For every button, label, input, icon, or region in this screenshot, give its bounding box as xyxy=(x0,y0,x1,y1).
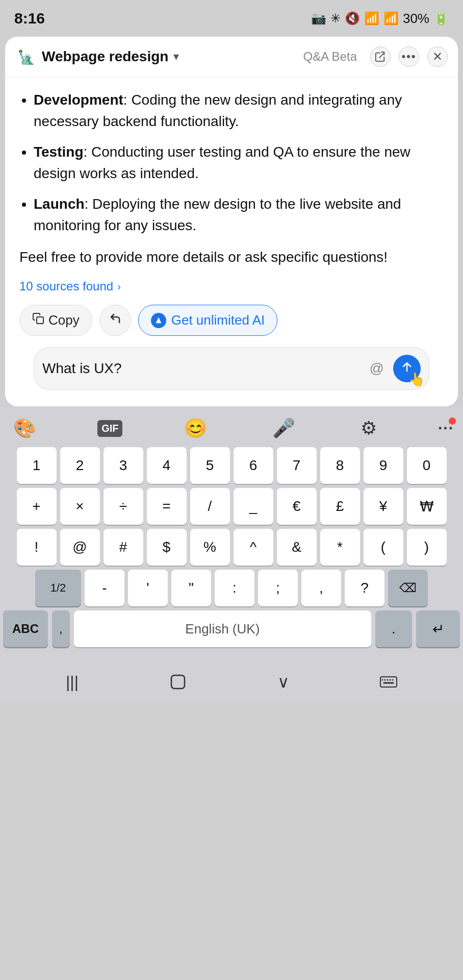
key-9[interactable]: 9 xyxy=(364,447,403,484)
more-options-button[interactable]: ••• xyxy=(399,46,419,67)
app-logo: 🗽 xyxy=(15,46,37,67)
key-7[interactable]: 7 xyxy=(277,447,317,484)
copy-label: Copy xyxy=(48,312,80,328)
key-3[interactable]: 3 xyxy=(104,447,143,484)
emoji-button[interactable]: 😊 xyxy=(180,415,211,441)
key-percent[interactable]: % xyxy=(190,529,230,566)
bullet-bold-development: Development xyxy=(34,92,123,108)
key-1[interactable]: 1 xyxy=(17,447,57,484)
send-button[interactable]: 👆 xyxy=(393,355,421,382)
key-2[interactable]: 2 xyxy=(60,447,100,484)
key-6[interactable]: 6 xyxy=(234,447,273,484)
settings-button[interactable]: ⚙ xyxy=(356,415,381,441)
bluetooth-icon: ✳ xyxy=(330,11,341,26)
keyboard-punctuation-row: 1/2 - ' " : ; , ? ⌫ xyxy=(3,570,460,606)
keyboard-nav-button[interactable] xyxy=(380,676,397,688)
key-8[interactable]: 8 xyxy=(320,447,360,484)
key-at[interactable]: @ xyxy=(60,529,100,566)
key-0[interactable]: 0 xyxy=(407,447,447,484)
key-pound[interactable]: £ xyxy=(320,488,360,525)
copy-button[interactable]: Copy xyxy=(19,305,92,336)
key-comma-bottom[interactable]: , xyxy=(52,610,70,647)
key-comma[interactable]: , xyxy=(301,570,341,606)
key-hash[interactable]: # xyxy=(104,529,143,566)
sources-chevron-icon: › xyxy=(117,281,121,292)
camera-icon: 📷 xyxy=(311,11,326,26)
key-lparen[interactable]: ( xyxy=(364,529,403,566)
key-12-toggle[interactable]: 1/2 xyxy=(35,570,81,606)
cursor-hand-icon: 👆 xyxy=(408,372,425,387)
key-4[interactable]: 4 xyxy=(147,447,187,484)
key-star[interactable]: * xyxy=(320,529,360,566)
undo-icon xyxy=(109,312,121,328)
key-exclaim[interactable]: ! xyxy=(17,529,57,566)
sticker-button[interactable]: 🎨 xyxy=(9,415,40,441)
key-times[interactable]: × xyxy=(60,488,100,525)
chat-panel: 🗽 Webpage redesign ▾ Q&A Beta ••• ✕ Deve… xyxy=(5,37,458,406)
share-button[interactable] xyxy=(370,46,391,67)
key-colon[interactable]: : xyxy=(215,570,254,606)
wifi-icon: 📶 xyxy=(364,11,379,26)
response-free-text: Feel free to provide more details or ask… xyxy=(19,247,444,268)
back-nav-button[interactable]: ||| xyxy=(66,673,79,692)
key-5[interactable]: 5 xyxy=(190,447,230,484)
key-question[interactable]: ? xyxy=(345,570,384,606)
key-equals[interactable]: = xyxy=(147,488,187,525)
key-caret[interactable]: ^ xyxy=(234,529,273,566)
title-chevron-icon[interactable]: ▾ xyxy=(173,50,179,63)
keyboard: 🎨 GIF 😊 🎤 ⚙ ··· 1 2 3 4 5 6 7 8 9 0 + × … xyxy=(0,406,463,662)
key-plus[interactable]: + xyxy=(17,488,57,525)
more-kb-button[interactable]: ··· xyxy=(438,420,454,437)
chat-header: 🗽 Webpage redesign ▾ Q&A Beta ••• ✕ xyxy=(5,37,458,77)
keyboard-bottom-row: ABC , English (UK) . ↵ xyxy=(3,610,460,647)
status-icons: 📷 ✳ 🔇 📶 📶 30% 🔋 xyxy=(311,11,449,27)
unlimited-ai-icon xyxy=(151,313,166,328)
bullet-item-testing: Testing: Conducting user testing and QA … xyxy=(34,141,444,184)
key-euro[interactable]: € xyxy=(277,488,317,525)
key-dash[interactable]: - xyxy=(85,570,124,606)
unlimited-ai-button[interactable]: Get unlimited AI xyxy=(138,305,278,336)
back-nav-icon: ||| xyxy=(66,673,79,692)
key-divide[interactable]: ÷ xyxy=(104,488,143,525)
status-time: 8:16 xyxy=(14,10,45,27)
undo-button[interactable] xyxy=(99,305,131,336)
qa-beta-label: Q&A Beta xyxy=(303,50,357,64)
keyboard-nav-icon xyxy=(380,676,397,688)
recents-nav-button[interactable]: ∨ xyxy=(277,672,289,692)
chat-title: Webpage redesign xyxy=(42,48,168,65)
key-won[interactable]: ₩ xyxy=(407,488,447,525)
keyboard-toolbar: 🎨 GIF 😊 🎤 ⚙ ··· xyxy=(3,411,460,447)
chat-input[interactable] xyxy=(42,360,361,377)
spacebar[interactable]: English (UK) xyxy=(74,610,371,647)
header-actions: ••• ✕ xyxy=(370,46,448,67)
nav-bar: ||| ∨ xyxy=(0,662,463,702)
bullet-bold-testing: Testing xyxy=(34,144,83,160)
close-button[interactable]: ✕ xyxy=(427,46,448,67)
chat-content: Development: Coding the new design and i… xyxy=(5,77,458,406)
key-rparen[interactable]: ) xyxy=(407,529,447,566)
enter-button[interactable]: ↵ xyxy=(416,610,460,647)
key-slash[interactable]: / xyxy=(190,488,230,525)
battery-text: 30% xyxy=(403,11,429,27)
key-period[interactable]: . xyxy=(375,610,412,647)
key-underscore[interactable]: _ xyxy=(234,488,273,525)
home-nav-button[interactable] xyxy=(169,673,187,691)
backspace-button[interactable]: ⌫ xyxy=(388,570,428,606)
at-mention-button[interactable]: @ xyxy=(366,358,388,379)
key-semicolon[interactable]: ; xyxy=(258,570,298,606)
notification-dot xyxy=(449,418,456,425)
key-dollar[interactable]: $ xyxy=(147,529,187,566)
key-amp[interactable]: & xyxy=(277,529,317,566)
svg-line-0 xyxy=(379,53,384,58)
key-quote[interactable]: " xyxy=(171,570,211,606)
key-apos[interactable]: ' xyxy=(128,570,168,606)
key-yen[interactable]: ¥ xyxy=(364,488,403,525)
input-bar: @ 👆 xyxy=(34,347,429,390)
sources-row[interactable]: 10 sources found › xyxy=(19,279,444,293)
home-nav-icon xyxy=(169,673,187,691)
gif-button[interactable]: GIF xyxy=(97,420,122,437)
sources-count: 10 sources found xyxy=(19,279,113,293)
battery-icon: 🔋 xyxy=(433,11,449,26)
mic-button[interactable]: 🎤 xyxy=(268,415,299,441)
abc-button[interactable]: ABC xyxy=(3,610,48,647)
